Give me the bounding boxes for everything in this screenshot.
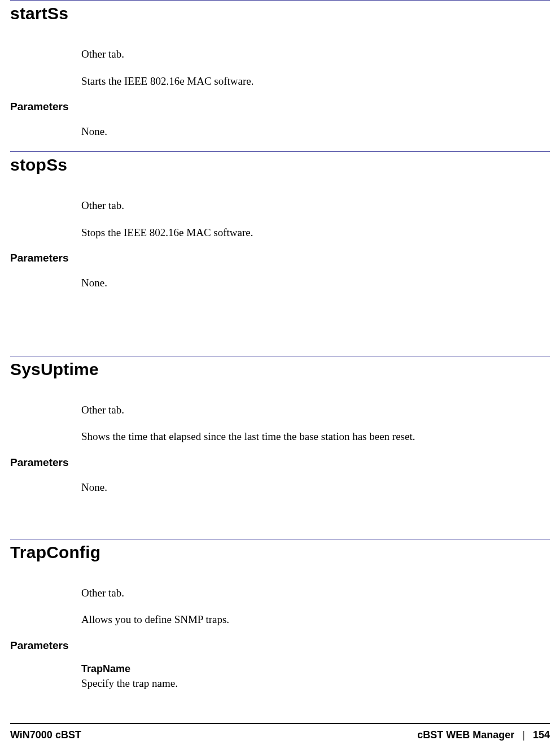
section-tab: Other tab. xyxy=(81,198,544,213)
parameters-text: None. xyxy=(81,276,544,290)
section-body: Other tab. Shows the time that elapsed s… xyxy=(81,403,544,444)
parameter-item: TrapName Specify the trap name. xyxy=(81,663,544,691)
section-body: Other tab. Allows you to define SNMP tra… xyxy=(81,586,544,627)
document-page: startSs Other tab. Starts the IEEE 802.1… xyxy=(0,0,560,749)
section-tab: Other tab. xyxy=(81,47,544,62)
section-title: TrapConfig xyxy=(10,543,550,562)
footer-right: cBST WEB Manager | 154 xyxy=(417,729,550,741)
footer-page-number: 154 xyxy=(533,729,550,741)
parameter-name: TrapName xyxy=(81,663,544,675)
footer-left: WiN7000 cBST xyxy=(10,729,81,741)
parameter-description: Specify the trap name. xyxy=(81,676,544,691)
section-description: Stops the IEEE 802.16e MAC software. xyxy=(81,225,544,240)
footer-separator: | xyxy=(522,729,525,741)
parameters-body: None. xyxy=(81,480,544,495)
section-description: Shows the time that elapsed since the la… xyxy=(81,429,544,444)
parameters-heading: Parameters xyxy=(10,456,550,469)
spacer xyxy=(10,303,550,356)
footer-rule xyxy=(10,723,550,724)
section-title: SysUptime xyxy=(10,360,550,379)
spacer xyxy=(10,507,550,539)
section-rule xyxy=(10,356,550,356)
parameters-text: None. xyxy=(81,124,544,139)
parameters-body: TrapName Specify the trap name. xyxy=(81,663,544,691)
section-tab: Other tab. xyxy=(81,586,544,600)
section-title: startSs xyxy=(10,4,550,23)
parameters-body: None. xyxy=(81,276,544,290)
parameters-heading: Parameters xyxy=(10,252,550,264)
section-description: Allows you to define SNMP traps. xyxy=(81,612,544,627)
parameters-heading: Parameters xyxy=(10,639,550,652)
section-rule xyxy=(10,539,550,539)
footer-section-title: cBST WEB Manager xyxy=(417,729,514,741)
parameters-text: None. xyxy=(81,480,544,495)
section-title: stopSs xyxy=(10,155,550,175)
section-description: Starts the IEEE 802.16e MAC software. xyxy=(81,74,544,89)
section-rule xyxy=(10,0,550,1)
section-rule xyxy=(10,151,550,152)
section-body: Other tab. Stops the IEEE 802.16e MAC so… xyxy=(81,198,544,239)
section-body: Other tab. Starts the IEEE 802.16e MAC s… xyxy=(81,47,544,88)
page-footer: WiN7000 cBST cBST WEB Manager | 154 xyxy=(10,729,550,741)
parameters-heading: Parameters xyxy=(10,101,550,113)
parameters-body: None. xyxy=(81,124,544,139)
section-tab: Other tab. xyxy=(81,403,544,417)
